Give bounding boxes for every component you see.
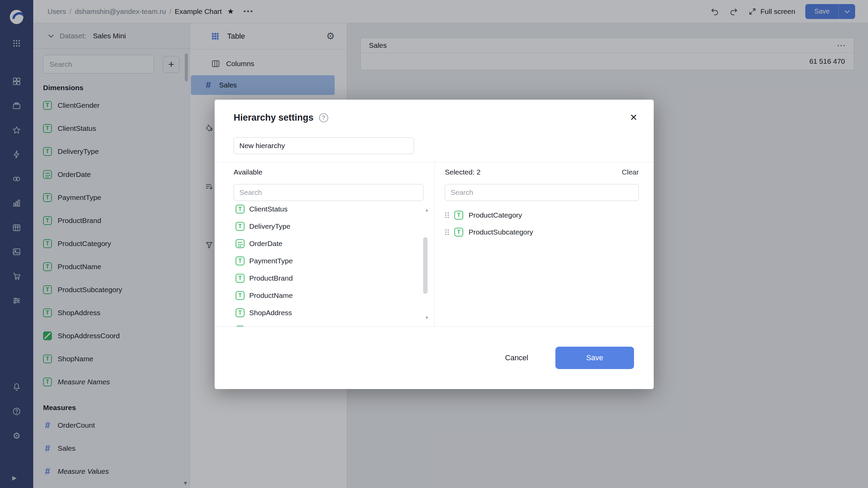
field-type-icon (236, 239, 244, 248)
help-icon[interactable]: ? (319, 113, 328, 122)
available-list-scrollbar[interactable] (423, 237, 428, 294)
available-field-item[interactable]: OrderDate (236, 235, 434, 252)
field-type-icon (236, 257, 244, 265)
available-search-input[interactable] (234, 184, 423, 201)
field-type-icon (454, 211, 463, 220)
selected-list: ProductCategory ProductSubcategory (445, 207, 638, 241)
field-type-icon (236, 274, 244, 283)
field-type-icon (454, 228, 463, 237)
scroll-down-icon[interactable]: ▾ (426, 314, 428, 321)
selected-count-title: Selected: 2 (445, 168, 480, 176)
available-title: Available (234, 168, 262, 176)
available-field-item[interactable]: ClientStatus (236, 203, 434, 218)
drag-handle-icon[interactable] (445, 229, 449, 235)
available-field-item[interactable]: ShopAddressCoord (236, 321, 434, 326)
available-list: ClientStatus DeliveryType OrderDate Paym… (215, 203, 434, 326)
selected-header: Selected: 2 Clear (445, 167, 639, 177)
scroll-up-icon[interactable]: ▴ (426, 207, 428, 213)
cancel-button[interactable]: Cancel (497, 348, 536, 368)
field-type-icon (236, 222, 244, 231)
modal-save-button[interactable]: Save (555, 347, 634, 369)
available-header: Available (234, 167, 423, 177)
available-field-item[interactable]: ProductName (236, 287, 434, 304)
selected-field-item[interactable]: ProductSubcategory (445, 224, 638, 241)
available-list-viewport: ClientStatus DeliveryType OrderDate Paym… (215, 203, 434, 326)
available-field-item[interactable]: DeliveryType (236, 218, 434, 235)
hierarchy-settings-modal: Hierarchy settings ? ✕ Available ClientS… (215, 100, 654, 389)
close-icon[interactable]: ✕ (630, 113, 637, 122)
field-type-icon (236, 205, 244, 214)
field-type-icon (236, 308, 244, 317)
field-type-icon (236, 291, 244, 300)
available-field-item[interactable]: ProductBrand (236, 269, 434, 287)
selected-field-item[interactable]: ProductCategory (445, 207, 638, 224)
drag-handle-icon[interactable] (445, 212, 449, 218)
available-field-item[interactable]: PaymentType (236, 252, 434, 269)
modal-title: Hierarchy settings (234, 113, 314, 123)
hierarchy-name-input[interactable] (234, 137, 414, 154)
selected-search-input[interactable] (445, 184, 639, 201)
available-field-item[interactable]: ShopAddress (236, 304, 434, 321)
clear-button[interactable]: Clear (622, 168, 639, 176)
